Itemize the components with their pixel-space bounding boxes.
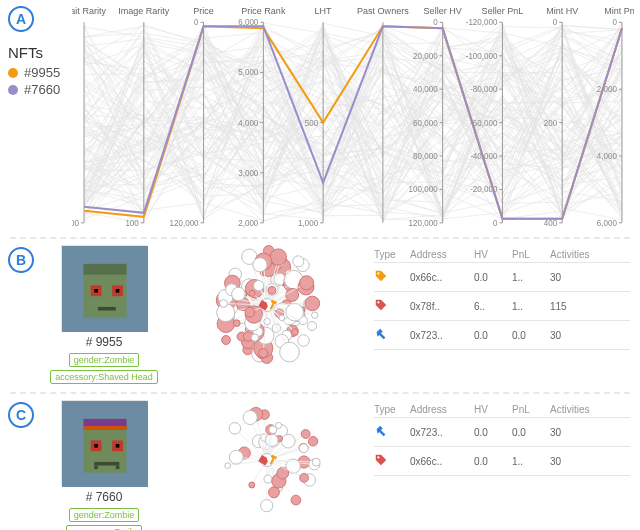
legend: NFTs #9955 #7660	[8, 44, 60, 99]
svg-text:LHT: LHT	[315, 6, 332, 16]
svg-text:100,000: 100,000	[409, 185, 438, 194]
table-header: Type Address HV PnL Activities	[374, 402, 630, 418]
svg-point-145	[298, 335, 310, 347]
svg-point-273	[377, 272, 379, 274]
row-address: 0x66c..	[410, 456, 474, 467]
svg-point-274	[377, 301, 379, 303]
svg-point-269	[254, 281, 264, 291]
svg-text:Seller HV: Seller HV	[424, 6, 463, 16]
svg-point-209	[264, 318, 271, 325]
svg-point-235	[291, 329, 298, 336]
legend-item-7660[interactable]: #7660	[8, 82, 60, 97]
svg-point-363	[377, 456, 379, 458]
tag[interactable]: accessory:Shaved Head	[50, 370, 158, 384]
svg-rect-91	[98, 307, 116, 311]
svg-point-297	[229, 423, 241, 435]
bubble-chart-c[interactable]	[172, 400, 362, 520]
nft-id: # 7660	[48, 490, 160, 504]
row-type-icon	[374, 453, 410, 469]
svg-text:20,000: 20,000	[413, 52, 438, 61]
row-hv: 0.0	[474, 330, 512, 341]
svg-point-359	[277, 467, 289, 479]
nft-image-icon	[62, 401, 148, 487]
svg-text:Past Owners: Past Owners	[357, 6, 409, 16]
svg-point-219	[312, 312, 318, 318]
svg-text:Trait Rarity: Trait Rarity	[72, 6, 106, 16]
row-hv: 0.0	[474, 456, 512, 467]
nft-card-7660[interactable]: # 7660 gender:Zombie accessory:Smile acc…	[48, 400, 160, 530]
row-activities: 30	[550, 330, 606, 341]
legend-item-9955[interactable]: #9955	[8, 65, 60, 80]
svg-point-341	[225, 463, 231, 469]
svg-point-239	[259, 348, 268, 357]
th-hv: HV	[474, 404, 512, 415]
table-row[interactable]: 0x723..0.00.030	[374, 418, 630, 447]
nft-tags: gender:Zombie accessory:Smile accessory:…	[48, 508, 160, 530]
svg-rect-86	[84, 264, 127, 275]
svg-text:-80,000: -80,000	[470, 85, 498, 94]
svg-text:0: 0	[433, 18, 438, 27]
svg-rect-282	[116, 444, 120, 448]
row-hv: 0.0	[474, 427, 512, 438]
table-b: Type Address HV PnL Activities 0x66c..0.…	[374, 247, 630, 350]
svg-text:100: 100	[125, 219, 139, 228]
svg-text:5,000: 5,000	[238, 68, 259, 77]
th-pnl: PnL	[512, 404, 550, 415]
tag[interactable]: gender:Zombie	[69, 353, 140, 367]
svg-point-349	[243, 410, 257, 424]
svg-point-345	[229, 450, 243, 464]
row-hv: 0.0	[474, 272, 512, 283]
tag[interactable]: accessory:Smile	[66, 525, 142, 530]
svg-point-303	[308, 437, 317, 446]
svg-text:Image Rarity: Image Rarity	[118, 6, 170, 16]
svg-point-207	[300, 276, 314, 290]
svg-text:120,000: 120,000	[409, 219, 438, 228]
table-row[interactable]: 0x66c..0.01..30	[374, 263, 630, 292]
svg-point-313	[268, 487, 279, 498]
svg-point-265	[232, 287, 246, 301]
svg-text:0: 0	[612, 18, 617, 27]
row-pnl: 1..	[512, 456, 550, 467]
svg-text:100: 100	[72, 219, 80, 228]
svg-point-259	[308, 322, 317, 331]
svg-text:40,000: 40,000	[413, 85, 438, 94]
svg-point-295	[261, 500, 273, 512]
svg-text:Price Rank: Price Rank	[241, 6, 286, 16]
row-type-icon	[374, 424, 410, 440]
table-row[interactable]: 0x723..0.00.030	[374, 321, 630, 350]
svg-text:-100,000: -100,000	[466, 52, 498, 61]
svg-text:4,000: 4,000	[597, 152, 618, 161]
svg-text:Seller PnL: Seller PnL	[482, 6, 524, 16]
panel-badge-c: C	[8, 402, 34, 428]
panel-c: C # 7660 gender:Zombie accessory:Smile a…	[0, 396, 640, 530]
svg-text:0: 0	[194, 18, 199, 27]
svg-point-225	[270, 249, 286, 265]
parallel-coordinates-plot[interactable]: Trait Rarity100Image Rarity100Price0120,…	[72, 4, 634, 233]
bubble-chart-b[interactable]	[172, 245, 362, 365]
nft-card-9955[interactable]: # 9955 gender:Zombie accessory:Shaved He…	[48, 245, 160, 384]
row-activities: 30	[550, 456, 606, 467]
svg-point-351	[312, 458, 320, 466]
divider-bc	[10, 392, 630, 394]
nft-tags: gender:Zombie accessory:Shaved Head	[48, 353, 160, 384]
table-row[interactable]: 0x78f..6..1..115	[374, 292, 630, 321]
svg-text:4,000: 4,000	[238, 119, 259, 128]
legend-label: #9955	[24, 65, 60, 80]
row-activities: 115	[550, 301, 606, 312]
svg-point-361	[300, 473, 309, 482]
table-header: Type Address HV PnL Activities	[374, 247, 630, 263]
th-hv: HV	[474, 249, 512, 260]
svg-point-335	[299, 444, 308, 453]
svg-text:Price: Price	[193, 6, 214, 16]
svg-text:120,000: 120,000	[170, 219, 199, 228]
th-address: Address	[410, 249, 474, 260]
nft-thumbnail	[61, 400, 147, 486]
table-row[interactable]: 0x66c..0.01..30	[374, 447, 630, 476]
row-activities: 30	[550, 427, 606, 438]
tag[interactable]: gender:Zombie	[69, 508, 140, 522]
row-pnl: 0.0	[512, 427, 550, 438]
svg-point-201	[222, 336, 231, 345]
row-pnl: 1..	[512, 301, 550, 312]
row-type-icon	[374, 269, 410, 285]
svg-text:1,000: 1,000	[298, 219, 319, 228]
